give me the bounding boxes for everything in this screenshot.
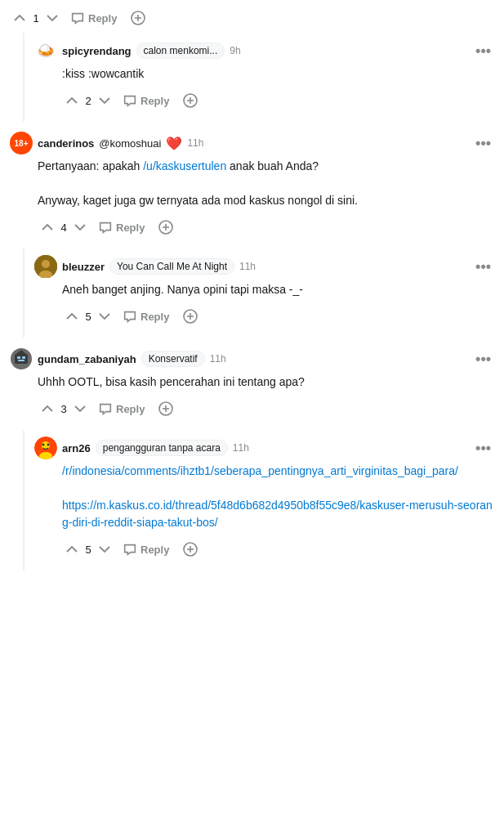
vote-count-top: 1 bbox=[33, 12, 39, 25]
heart-icon-canderinos: ❤️ bbox=[166, 136, 182, 151]
reply-button-gundam[interactable]: Reply bbox=[93, 398, 149, 419]
upvote-canderinos[interactable] bbox=[38, 217, 57, 237]
downvote-gundam[interactable] bbox=[70, 399, 90, 418]
avatar-canderinos: 18+ bbox=[10, 132, 33, 154]
award-arn26[interactable] bbox=[177, 538, 203, 561]
award-bleuzzer[interactable] bbox=[177, 305, 203, 328]
comment-arn26: arn26 pengangguran tanpa acara 11h ••• /… bbox=[23, 430, 504, 571]
username-bleuzzer: bleuzzer bbox=[62, 261, 105, 273]
avatar-bleuzzer bbox=[34, 255, 57, 278]
comment-canderinos: 18+ canderinos @komoshuai ❤️ 11h ••• Per… bbox=[0, 122, 504, 248]
avatar-spicyrendang: 🍛 bbox=[34, 39, 57, 62]
timestamp-gundam: 11h bbox=[210, 353, 226, 365]
award-canderinos[interactable] bbox=[153, 216, 179, 239]
actions-gundam: 3 Reply bbox=[38, 397, 494, 420]
comment-header-bleuzzer: bleuzzer You Can Call Me At Night 11h ••… bbox=[34, 255, 494, 278]
svg-point-10 bbox=[42, 260, 50, 268]
comment-bleuzzer: bleuzzer You Can Call Me At Night 11h ••… bbox=[23, 248, 504, 338]
link-kaskusertulen[interactable]: /u/kaskusertulen bbox=[143, 159, 226, 172]
actions-canderinos: 4 Reply bbox=[38, 216, 494, 239]
more-button-gundam[interactable]: ••• bbox=[472, 351, 494, 368]
upvote-button-top[interactable] bbox=[10, 8, 29, 28]
link-reddit-arn26[interactable]: /r/indonesia/comments/ihztb1/seberapa_pe… bbox=[62, 464, 458, 477]
downvote-canderinos[interactable] bbox=[70, 217, 90, 237]
upvote-spicyrendang[interactable] bbox=[62, 91, 82, 110]
timestamp-canderinos: 11h bbox=[187, 137, 203, 149]
username-spicyrendang: spicyrendang bbox=[62, 45, 132, 57]
username-canderinos: canderinos bbox=[38, 137, 94, 150]
flair-gundam: Konservatif bbox=[141, 351, 205, 367]
body-spicyrendang: :kiss :wowcantik bbox=[62, 65, 494, 83]
reply-button-canderinos[interactable]: Reply bbox=[93, 217, 149, 238]
vote-count-canderinos: 4 bbox=[60, 222, 67, 234]
svg-point-28 bbox=[47, 444, 50, 446]
comment-gundam: gundam_zabaniyah Konservatif 11h ••• Uhh… bbox=[0, 338, 504, 430]
downvote-bleuzzer[interactable] bbox=[95, 307, 114, 326]
avatar-gundam bbox=[10, 347, 33, 370]
svg-rect-18 bbox=[22, 356, 25, 359]
timestamp-arn26: 11h bbox=[233, 442, 249, 454]
reply-button-top[interactable]: Reply bbox=[65, 7, 122, 29]
upvote-bleuzzer[interactable] bbox=[62, 307, 82, 326]
vote-count-spicyrendang: 2 bbox=[85, 95, 91, 107]
actions-arn26: 5 Reply bbox=[62, 538, 494, 561]
downvote-button-top[interactable] bbox=[42, 8, 62, 28]
top-vote-row: 1 Reply bbox=[0, 0, 504, 33]
award-spicyrendang[interactable] bbox=[177, 89, 203, 112]
more-button-canderinos[interactable]: ••• bbox=[472, 135, 494, 152]
body-gundam: Uhhh OOTL, bisa kasih pencerahan ini ten… bbox=[38, 374, 494, 391]
link-kaskus-arn26[interactable]: https://m.kaskus.co.id/thread/5f48d6b682… bbox=[62, 499, 493, 529]
more-button-spicyrendang[interactable]: ••• bbox=[472, 43, 494, 60]
timestamp-bleuzzer: 11h bbox=[239, 261, 256, 272]
reply-button-bleuzzer[interactable]: Reply bbox=[118, 306, 174, 327]
more-button-arn26[interactable]: ••• bbox=[472, 440, 494, 457]
comment-header-spicyrendang: 🍛 spicyrendang calon menkomi... 9h ••• bbox=[34, 39, 494, 62]
downvote-arn26[interactable] bbox=[95, 539, 114, 559]
svg-rect-17 bbox=[17, 356, 20, 359]
comment-spicyrendang: 🍛 spicyrendang calon menkomi... 9h ••• :… bbox=[23, 33, 504, 122]
body-canderinos: Pertanyaan: apakah /u/kaskusertulen anak… bbox=[38, 158, 494, 209]
award-button-top[interactable] bbox=[125, 7, 151, 29]
upvote-arn26[interactable] bbox=[62, 539, 82, 559]
more-button-bleuzzer[interactable]: ••• bbox=[472, 258, 494, 275]
comment-header-gundam: gundam_zabaniyah Konservatif 11h ••• bbox=[10, 347, 494, 370]
avatar-arn26 bbox=[34, 436, 57, 459]
flair-arn26: pengangguran tanpa acara bbox=[96, 440, 228, 456]
timestamp-spicyrendang: 9h bbox=[230, 45, 240, 56]
svg-rect-16 bbox=[15, 354, 28, 364]
upvote-gundam[interactable] bbox=[38, 399, 57, 418]
flair-bleuzzer: You Can Call Me At Night bbox=[109, 258, 234, 275]
reply-button-spicyrendang[interactable]: Reply bbox=[118, 90, 174, 111]
body-arn26: /r/indonesia/comments/ihztb1/seberapa_pe… bbox=[62, 463, 494, 531]
vote-count-gundam: 3 bbox=[60, 403, 67, 415]
body-bleuzzer: Aneh banget anjing. Nanya opini tapi mak… bbox=[62, 281, 494, 298]
vote-count-bleuzzer: 5 bbox=[85, 311, 91, 323]
reply-button-arn26[interactable]: Reply bbox=[118, 539, 174, 560]
comment-header-arn26: arn26 pengangguran tanpa acara 11h ••• bbox=[34, 436, 494, 459]
vote-count-arn26: 5 bbox=[85, 544, 91, 556]
username-arn26: arn26 bbox=[62, 442, 91, 454]
svg-point-27 bbox=[42, 444, 45, 446]
mention-canderinos: @komoshuai bbox=[99, 137, 161, 150]
actions-bleuzzer: 5 Reply bbox=[62, 305, 494, 328]
actions-spicyrendang: 2 Reply bbox=[62, 89, 494, 112]
svg-rect-19 bbox=[18, 360, 25, 361]
downvote-spicyrendang[interactable] bbox=[95, 91, 114, 110]
award-gundam[interactable] bbox=[153, 397, 179, 420]
username-gundam: gundam_zabaniyah bbox=[38, 353, 136, 365]
comment-header-canderinos: 18+ canderinos @komoshuai ❤️ 11h ••• bbox=[10, 132, 494, 154]
flair-spicyrendang: calon menkomi... bbox=[136, 43, 225, 59]
